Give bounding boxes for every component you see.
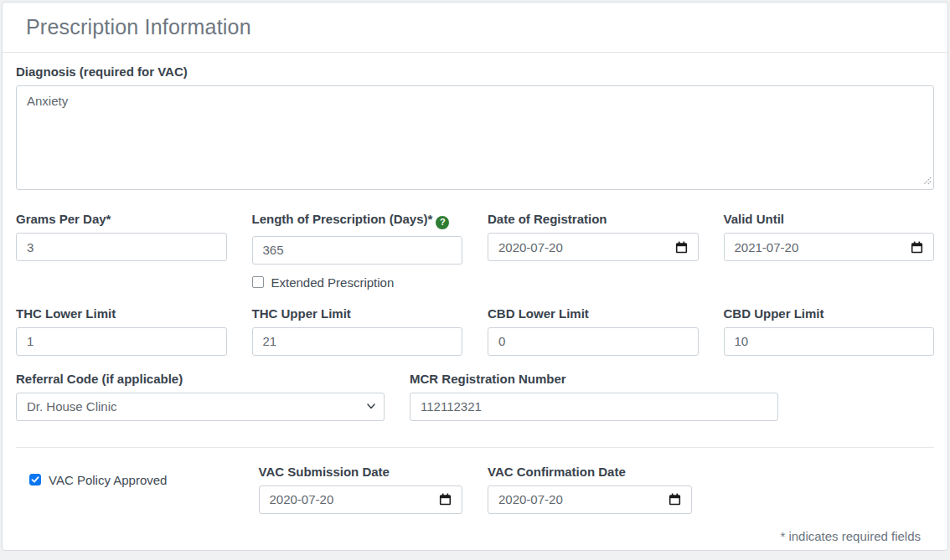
mcr-registration-number-input[interactable] [410,393,778,421]
vac-row: VAC Policy Approved VAC Submission Date … [29,465,921,514]
length-of-prescription-field: Length of Prescription (Days)*? Extended… [252,212,463,290]
cbd-upper-limit-label: CBD Upper Limit [724,306,935,321]
prescription-details-row: Grams Per Day* Length of Prescription (D… [16,212,934,290]
date-value: 2020-07-20 [498,240,563,254]
vac-policy-approved-label: VAC Policy Approved [49,473,167,487]
checkbox-box[interactable] [252,276,264,288]
grams-per-day-input[interactable] [16,233,227,261]
date-value: 2021-07-20 [735,240,799,254]
referral-code-label: Referral Code (if applicable) [16,372,385,386]
vac-row-spacer [717,465,922,514]
cbd-lower-limit-input[interactable] [488,327,699,356]
resize-grip-icon[interactable] [922,176,932,185]
referral-code-select[interactable]: Dr. House Clinic [16,393,385,421]
thc-upper-limit-input[interactable] [252,327,463,356]
vac-confirmation-date-label: VAC Confirmation Date [488,465,692,479]
date-value: 2020-07-20 [270,492,334,506]
chevron-down-icon [367,403,375,409]
vac-confirmation-date-input[interactable]: 2020-07-20 [488,486,692,514]
length-of-prescription-input[interactable] [252,236,463,265]
page-title: Prescription Information [26,13,924,41]
limits-row: THC Lower Limit THC Upper Limit CBD Lowe… [16,306,934,356]
help-question-mark-icon[interactable]: ? [436,216,449,229]
cbd-upper-limit-input[interactable] [724,327,935,356]
mcr-registration-number-label: MCR Registration Number [410,372,778,386]
thc-lower-limit-field: THC Lower Limit [16,306,227,356]
vac-submission-date-field: VAC Submission Date 2020-07-20 [259,465,463,514]
calendar-icon[interactable] [675,241,688,254]
diagnosis-label: Diagnosis (required for VAC) [16,64,934,79]
card-header: Prescription Information [3,3,947,53]
grams-per-day-field: Grams Per Day* [16,212,227,290]
vac-submission-date-label: VAC Submission Date [259,465,463,479]
vac-submission-date-input[interactable]: 2020-07-20 [259,486,463,514]
diagnosis-field: Diagnosis (required for VAC) Anxiety [16,64,934,190]
calendar-icon[interactable] [669,493,681,506]
cbd-lower-limit-field: CBD Lower Limit [488,306,699,356]
thc-upper-limit-label: THC Upper Limit [252,306,463,321]
diagnosis-textarea-wrap: Anxiety [16,85,934,190]
vac-policy-approved-field: VAC Policy Approved [29,465,234,514]
referral-row: Referral Code (if applicable) Dr. House … [16,372,934,421]
mcr-registration-number-field: MCR Registration Number [410,372,778,421]
prescription-information-card: Prescription Information Diagnosis (requ… [2,2,948,551]
referral-code-field: Referral Code (if applicable) Dr. House … [16,372,385,421]
calendar-icon[interactable] [439,493,452,506]
thc-lower-limit-input[interactable] [16,327,227,356]
thc-lower-limit-label: THC Lower Limit [16,306,227,321]
calendar-icon[interactable] [911,241,923,254]
valid-until-field: Valid Until 2021-07-20 [724,212,935,290]
required-fields-note: * indicates required fields [29,529,921,543]
grams-per-day-label: Grams Per Day* [16,212,227,226]
extended-prescription-checkbox[interactable]: Extended Prescription [252,275,463,290]
date-of-registration-field: Date of Registration 2020-07-20 [488,212,699,290]
valid-until-label: Valid Until [724,212,935,226]
cbd-upper-limit-field: CBD Upper Limit [724,306,935,356]
thc-upper-limit-field: THC Upper Limit [252,306,463,356]
length-of-prescription-label: Length of Prescription (Days)* [252,212,433,226]
date-value: 2020-07-20 [498,492,563,506]
extended-prescription-label: Extended Prescription [271,275,395,290]
date-of-registration-input[interactable]: 2020-07-20 [488,233,699,261]
vac-policy-approved-checkbox[interactable]: VAC Policy Approved [29,473,234,487]
referral-code-selected-value: Dr. House Clinic [27,399,117,414]
checkbox-box[interactable] [29,474,41,486]
vac-section: VAC Policy Approved VAC Submission Date … [16,447,934,543]
cbd-lower-limit-label: CBD Lower Limit [488,306,699,321]
vac-confirmation-date-field: VAC Confirmation Date 2020-07-20 [488,465,692,514]
date-of-registration-label: Date of Registration [488,212,699,226]
card-body: Diagnosis (required for VAC) Anxiety Gra… [3,53,947,543]
valid-until-input[interactable]: 2021-07-20 [724,233,935,261]
diagnosis-textarea[interactable]: Anxiety [16,85,934,190]
